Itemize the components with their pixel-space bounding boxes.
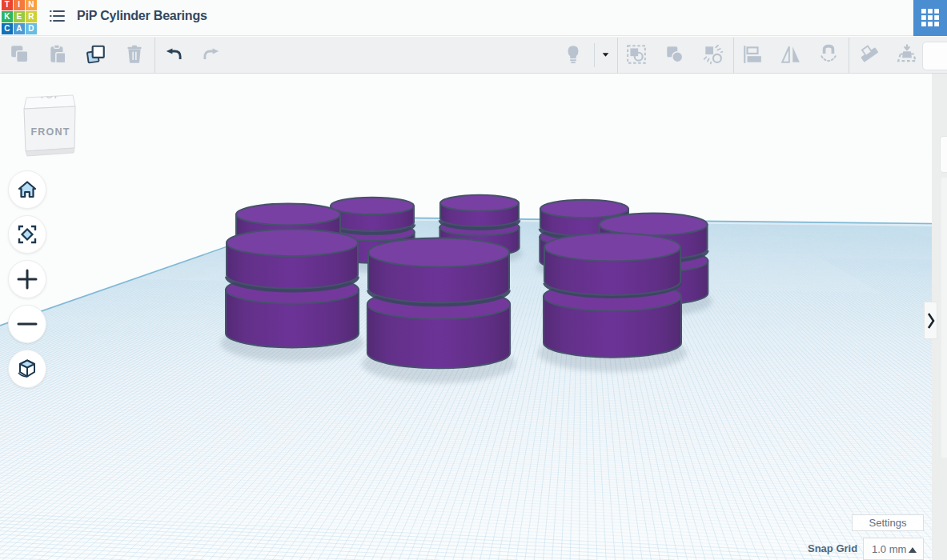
svg-text:TOP: TOP	[39, 90, 62, 100]
svg-text:FRONT: FRONT	[30, 126, 70, 138]
